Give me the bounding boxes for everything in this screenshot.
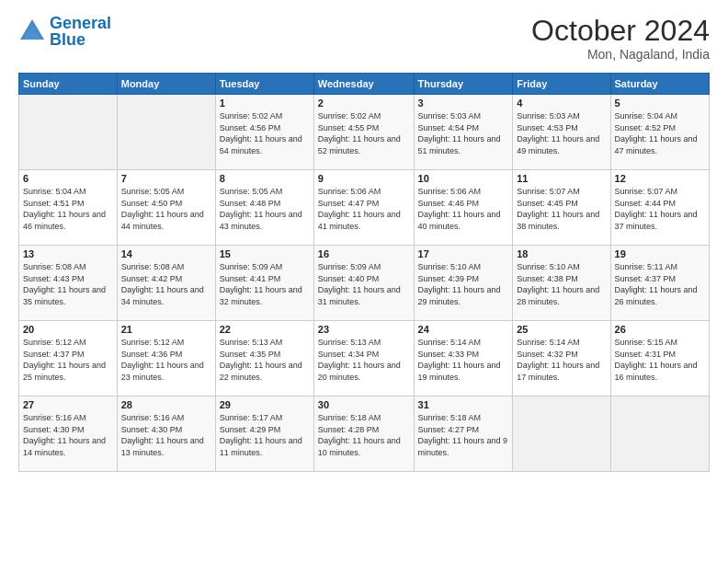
day-number: 25 <box>517 324 606 335</box>
day-info: Sunrise: 5:17 AM Sunset: 4:29 PM Dayligh… <box>220 412 310 458</box>
day-number: 15 <box>220 248 310 259</box>
calendar-cell: 24Sunrise: 5:14 AM Sunset: 4:33 PM Dayli… <box>414 321 513 396</box>
calendar-cell <box>19 95 118 170</box>
calendar-cell: 22Sunrise: 5:13 AM Sunset: 4:35 PM Dayli… <box>215 321 313 396</box>
calendar-week-3: 20Sunrise: 5:12 AM Sunset: 4:37 PM Dayli… <box>19 321 710 396</box>
day-number: 22 <box>220 324 310 335</box>
calendar-cell: 26Sunrise: 5:15 AM Sunset: 4:31 PM Dayli… <box>610 321 709 396</box>
day-number: 23 <box>318 324 410 335</box>
logo-text: General Blue <box>50 15 111 48</box>
day-info: Sunrise: 5:06 AM Sunset: 4:47 PM Dayligh… <box>318 186 410 232</box>
day-info: Sunrise: 5:10 AM Sunset: 4:38 PM Dayligh… <box>517 261 606 307</box>
calendar-cell <box>513 396 610 472</box>
calendar-cell: 5Sunrise: 5:04 AM Sunset: 4:52 PM Daylig… <box>610 95 709 170</box>
day-number: 19 <box>615 248 705 259</box>
day-info: Sunrise: 5:11 AM Sunset: 4:37 PM Dayligh… <box>615 261 705 307</box>
calendar-cell: 14Sunrise: 5:08 AM Sunset: 4:42 PM Dayli… <box>117 246 215 321</box>
day-info: Sunrise: 5:05 AM Sunset: 4:48 PM Dayligh… <box>220 186 310 232</box>
day-info: Sunrise: 5:06 AM Sunset: 4:46 PM Dayligh… <box>418 186 509 232</box>
day-info: Sunrise: 5:08 AM Sunset: 4:43 PM Dayligh… <box>23 261 113 307</box>
day-number: 1 <box>220 98 310 109</box>
logo: General Blue <box>18 15 111 48</box>
calendar-cell: 10Sunrise: 5:06 AM Sunset: 4:46 PM Dayli… <box>414 170 513 246</box>
calendar-cell: 25Sunrise: 5:14 AM Sunset: 4:32 PM Dayli… <box>513 321 610 396</box>
calendar-cell: 15Sunrise: 5:09 AM Sunset: 4:41 PM Dayli… <box>215 246 313 321</box>
day-number: 17 <box>418 248 509 259</box>
day-info: Sunrise: 5:13 AM Sunset: 4:35 PM Dayligh… <box>220 337 310 383</box>
day-number: 21 <box>121 324 211 335</box>
day-number: 18 <box>517 248 606 259</box>
calendar-cell: 28Sunrise: 5:16 AM Sunset: 4:30 PM Dayli… <box>117 396 215 472</box>
col-friday: Friday <box>513 74 610 95</box>
day-info: Sunrise: 5:02 AM Sunset: 4:55 PM Dayligh… <box>318 110 410 156</box>
day-number: 13 <box>23 248 113 259</box>
day-number: 14 <box>121 248 211 259</box>
day-number: 29 <box>220 399 310 410</box>
col-wednesday: Wednesday <box>313 74 414 95</box>
day-info: Sunrise: 5:05 AM Sunset: 4:50 PM Dayligh… <box>121 186 211 232</box>
calendar-week-1: 6Sunrise: 5:04 AM Sunset: 4:51 PM Daylig… <box>19 170 710 246</box>
day-info: Sunrise: 5:04 AM Sunset: 4:51 PM Dayligh… <box>23 186 113 232</box>
calendar-cell: 8Sunrise: 5:05 AM Sunset: 4:48 PM Daylig… <box>215 170 313 246</box>
calendar-cell <box>610 396 709 472</box>
calendar-header-row: Sunday Monday Tuesday Wednesday Thursday… <box>19 74 710 95</box>
day-info: Sunrise: 5:09 AM Sunset: 4:40 PM Dayligh… <box>318 261 410 307</box>
day-number: 5 <box>615 98 705 109</box>
day-info: Sunrise: 5:16 AM Sunset: 4:30 PM Dayligh… <box>121 412 211 458</box>
day-number: 31 <box>418 399 509 410</box>
day-info: Sunrise: 5:16 AM Sunset: 4:30 PM Dayligh… <box>23 412 113 458</box>
day-number: 12 <box>615 173 705 184</box>
calendar-cell: 19Sunrise: 5:11 AM Sunset: 4:37 PM Dayli… <box>610 246 709 321</box>
calendar-cell: 21Sunrise: 5:12 AM Sunset: 4:36 PM Dayli… <box>117 321 215 396</box>
day-number: 28 <box>121 399 211 410</box>
day-info: Sunrise: 5:09 AM Sunset: 4:41 PM Dayligh… <box>220 261 310 307</box>
day-info: Sunrise: 5:15 AM Sunset: 4:31 PM Dayligh… <box>615 337 705 383</box>
calendar-cell: 13Sunrise: 5:08 AM Sunset: 4:43 PM Dayli… <box>19 246 118 321</box>
calendar-cell: 2Sunrise: 5:02 AM Sunset: 4:55 PM Daylig… <box>313 95 414 170</box>
col-saturday: Saturday <box>610 74 709 95</box>
day-info: Sunrise: 5:02 AM Sunset: 4:56 PM Dayligh… <box>220 110 310 156</box>
logo-blue: Blue <box>50 30 85 49</box>
day-info: Sunrise: 5:03 AM Sunset: 4:53 PM Dayligh… <box>517 110 606 156</box>
calendar-week-0: 1Sunrise: 5:02 AM Sunset: 4:56 PM Daylig… <box>19 95 710 170</box>
calendar-table: Sunday Monday Tuesday Wednesday Thursday… <box>18 73 710 472</box>
day-number: 7 <box>121 173 211 184</box>
calendar-cell <box>117 95 215 170</box>
day-number: 20 <box>23 324 113 335</box>
col-sunday: Sunday <box>19 74 118 95</box>
calendar-week-2: 13Sunrise: 5:08 AM Sunset: 4:43 PM Dayli… <box>19 246 710 321</box>
location-subtitle: Mon, Nagaland, India <box>531 47 710 62</box>
logo-icon <box>18 17 46 45</box>
day-number: 26 <box>615 324 705 335</box>
calendar-cell: 11Sunrise: 5:07 AM Sunset: 4:45 PM Dayli… <box>513 170 610 246</box>
day-info: Sunrise: 5:04 AM Sunset: 4:52 PM Dayligh… <box>615 110 705 156</box>
day-info: Sunrise: 5:08 AM Sunset: 4:42 PM Dayligh… <box>121 261 211 307</box>
day-number: 10 <box>418 173 509 184</box>
calendar-cell: 30Sunrise: 5:18 AM Sunset: 4:28 PM Dayli… <box>313 396 414 472</box>
calendar-cell: 20Sunrise: 5:12 AM Sunset: 4:37 PM Dayli… <box>19 321 118 396</box>
calendar-cell: 16Sunrise: 5:09 AM Sunset: 4:40 PM Dayli… <box>313 246 414 321</box>
day-number: 11 <box>517 173 606 184</box>
calendar-cell: 7Sunrise: 5:05 AM Sunset: 4:50 PM Daylig… <box>117 170 215 246</box>
day-info: Sunrise: 5:07 AM Sunset: 4:44 PM Dayligh… <box>615 186 705 232</box>
day-number: 2 <box>318 98 410 109</box>
day-number: 16 <box>318 248 410 259</box>
day-info: Sunrise: 5:12 AM Sunset: 4:36 PM Dayligh… <box>121 337 211 383</box>
day-info: Sunrise: 5:10 AM Sunset: 4:39 PM Dayligh… <box>418 261 509 307</box>
day-number: 24 <box>418 324 509 335</box>
day-info: Sunrise: 5:13 AM Sunset: 4:34 PM Dayligh… <box>318 337 410 383</box>
calendar-cell: 23Sunrise: 5:13 AM Sunset: 4:34 PM Dayli… <box>313 321 414 396</box>
calendar-week-4: 27Sunrise: 5:16 AM Sunset: 4:30 PM Dayli… <box>19 396 710 472</box>
day-info: Sunrise: 5:18 AM Sunset: 4:27 PM Dayligh… <box>418 412 509 458</box>
day-info: Sunrise: 5:14 AM Sunset: 4:32 PM Dayligh… <box>517 337 606 383</box>
day-info: Sunrise: 5:07 AM Sunset: 4:45 PM Dayligh… <box>517 186 606 232</box>
page: General Blue October 2024 Mon, Nagaland,… <box>0 0 728 563</box>
day-number: 6 <box>23 173 113 184</box>
calendar-cell: 18Sunrise: 5:10 AM Sunset: 4:38 PM Dayli… <box>513 246 610 321</box>
day-number: 30 <box>318 399 410 410</box>
col-monday: Monday <box>117 74 215 95</box>
day-number: 27 <box>23 399 113 410</box>
calendar-cell: 4Sunrise: 5:03 AM Sunset: 4:53 PM Daylig… <box>513 95 610 170</box>
title-block: October 2024 Mon, Nagaland, India <box>531 15 710 62</box>
header: General Blue October 2024 Mon, Nagaland,… <box>18 15 710 62</box>
